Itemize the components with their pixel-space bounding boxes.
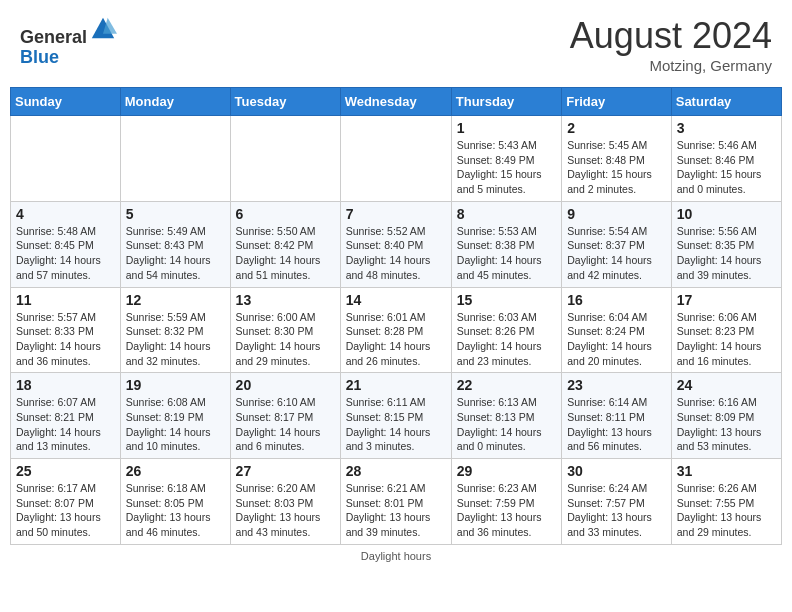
day-info: Sunrise: 6:16 AM Sunset: 8:09 PM Dayligh…	[677, 395, 776, 454]
day-info: Sunrise: 6:01 AM Sunset: 8:28 PM Dayligh…	[346, 310, 446, 369]
title-block: August 2024 Motzing, Germany	[570, 15, 772, 74]
day-info: Sunrise: 6:03 AM Sunset: 8:26 PM Dayligh…	[457, 310, 556, 369]
logo: General Blue	[20, 15, 117, 68]
day-info: Sunrise: 6:23 AM Sunset: 7:59 PM Dayligh…	[457, 481, 556, 540]
day-number: 29	[457, 463, 556, 479]
weekday-friday: Friday	[562, 88, 672, 116]
day-info: Sunrise: 5:50 AM Sunset: 8:42 PM Dayligh…	[236, 224, 335, 283]
day-info: Sunrise: 5:59 AM Sunset: 8:32 PM Dayligh…	[126, 310, 225, 369]
calendar-table: SundayMondayTuesdayWednesdayThursdayFrid…	[10, 87, 782, 545]
day-info: Sunrise: 6:07 AM Sunset: 8:21 PM Dayligh…	[16, 395, 115, 454]
weekday-header-row: SundayMondayTuesdayWednesdayThursdayFrid…	[11, 88, 782, 116]
day-cell: 4Sunrise: 5:48 AM Sunset: 8:45 PM Daylig…	[11, 201, 121, 287]
location: Motzing, Germany	[570, 57, 772, 74]
day-number: 10	[677, 206, 776, 222]
day-number: 15	[457, 292, 556, 308]
day-number: 5	[126, 206, 225, 222]
day-info: Sunrise: 5:56 AM Sunset: 8:35 PM Dayligh…	[677, 224, 776, 283]
day-info: Sunrise: 6:04 AM Sunset: 8:24 PM Dayligh…	[567, 310, 666, 369]
day-number: 8	[457, 206, 556, 222]
day-cell: 1Sunrise: 5:43 AM Sunset: 8:49 PM Daylig…	[451, 116, 561, 202]
day-cell: 30Sunrise: 6:24 AM Sunset: 7:57 PM Dayli…	[562, 459, 672, 545]
day-info: Sunrise: 5:49 AM Sunset: 8:43 PM Dayligh…	[126, 224, 225, 283]
day-number: 23	[567, 377, 666, 393]
logo-blue: Blue	[20, 47, 59, 67]
day-cell	[11, 116, 121, 202]
day-info: Sunrise: 6:18 AM Sunset: 8:05 PM Dayligh…	[126, 481, 225, 540]
day-number: 28	[346, 463, 446, 479]
day-cell: 11Sunrise: 5:57 AM Sunset: 8:33 PM Dayli…	[11, 287, 121, 373]
weekday-saturday: Saturday	[671, 88, 781, 116]
day-number: 19	[126, 377, 225, 393]
day-number: 27	[236, 463, 335, 479]
day-cell: 8Sunrise: 5:53 AM Sunset: 8:38 PM Daylig…	[451, 201, 561, 287]
week-row-3: 11Sunrise: 5:57 AM Sunset: 8:33 PM Dayli…	[11, 287, 782, 373]
weekday-wednesday: Wednesday	[340, 88, 451, 116]
day-cell: 26Sunrise: 6:18 AM Sunset: 8:05 PM Dayli…	[120, 459, 230, 545]
logo-icon	[89, 15, 117, 43]
calendar-body: 1Sunrise: 5:43 AM Sunset: 8:49 PM Daylig…	[11, 116, 782, 545]
day-cell: 29Sunrise: 6:23 AM Sunset: 7:59 PM Dayli…	[451, 459, 561, 545]
day-cell: 25Sunrise: 6:17 AM Sunset: 8:07 PM Dayli…	[11, 459, 121, 545]
day-info: Sunrise: 6:00 AM Sunset: 8:30 PM Dayligh…	[236, 310, 335, 369]
day-number: 24	[677, 377, 776, 393]
day-cell	[230, 116, 340, 202]
day-info: Sunrise: 6:11 AM Sunset: 8:15 PM Dayligh…	[346, 395, 446, 454]
day-cell: 19Sunrise: 6:08 AM Sunset: 8:19 PM Dayli…	[120, 373, 230, 459]
day-cell: 22Sunrise: 6:13 AM Sunset: 8:13 PM Dayli…	[451, 373, 561, 459]
day-cell: 27Sunrise: 6:20 AM Sunset: 8:03 PM Dayli…	[230, 459, 340, 545]
day-number: 12	[126, 292, 225, 308]
day-info: Sunrise: 5:53 AM Sunset: 8:38 PM Dayligh…	[457, 224, 556, 283]
day-cell: 31Sunrise: 6:26 AM Sunset: 7:55 PM Dayli…	[671, 459, 781, 545]
day-cell: 12Sunrise: 5:59 AM Sunset: 8:32 PM Dayli…	[120, 287, 230, 373]
week-row-2: 4Sunrise: 5:48 AM Sunset: 8:45 PM Daylig…	[11, 201, 782, 287]
day-cell: 2Sunrise: 5:45 AM Sunset: 8:48 PM Daylig…	[562, 116, 672, 202]
day-info: Sunrise: 6:10 AM Sunset: 8:17 PM Dayligh…	[236, 395, 335, 454]
day-info: Sunrise: 5:57 AM Sunset: 8:33 PM Dayligh…	[16, 310, 115, 369]
day-number: 2	[567, 120, 666, 136]
day-cell: 28Sunrise: 6:21 AM Sunset: 8:01 PM Dayli…	[340, 459, 451, 545]
day-number: 7	[346, 206, 446, 222]
day-cell: 7Sunrise: 5:52 AM Sunset: 8:40 PM Daylig…	[340, 201, 451, 287]
day-cell	[120, 116, 230, 202]
month-title: August 2024	[570, 15, 772, 57]
day-info: Sunrise: 5:52 AM Sunset: 8:40 PM Dayligh…	[346, 224, 446, 283]
weekday-tuesday: Tuesday	[230, 88, 340, 116]
day-number: 18	[16, 377, 115, 393]
day-number: 21	[346, 377, 446, 393]
week-row-4: 18Sunrise: 6:07 AM Sunset: 8:21 PM Dayli…	[11, 373, 782, 459]
day-cell: 18Sunrise: 6:07 AM Sunset: 8:21 PM Dayli…	[11, 373, 121, 459]
day-cell: 15Sunrise: 6:03 AM Sunset: 8:26 PM Dayli…	[451, 287, 561, 373]
day-number: 14	[346, 292, 446, 308]
day-info: Sunrise: 5:54 AM Sunset: 8:37 PM Dayligh…	[567, 224, 666, 283]
day-number: 25	[16, 463, 115, 479]
weekday-monday: Monday	[120, 88, 230, 116]
day-number: 31	[677, 463, 776, 479]
day-info: Sunrise: 6:06 AM Sunset: 8:23 PM Dayligh…	[677, 310, 776, 369]
day-info: Sunrise: 6:14 AM Sunset: 8:11 PM Dayligh…	[567, 395, 666, 454]
day-cell: 21Sunrise: 6:11 AM Sunset: 8:15 PM Dayli…	[340, 373, 451, 459]
logo-general: General	[20, 27, 87, 47]
day-number: 3	[677, 120, 776, 136]
day-info: Sunrise: 6:13 AM Sunset: 8:13 PM Dayligh…	[457, 395, 556, 454]
day-info: Sunrise: 6:08 AM Sunset: 8:19 PM Dayligh…	[126, 395, 225, 454]
day-cell: 13Sunrise: 6:00 AM Sunset: 8:30 PM Dayli…	[230, 287, 340, 373]
day-cell: 9Sunrise: 5:54 AM Sunset: 8:37 PM Daylig…	[562, 201, 672, 287]
day-number: 9	[567, 206, 666, 222]
day-info: Sunrise: 6:20 AM Sunset: 8:03 PM Dayligh…	[236, 481, 335, 540]
weekday-thursday: Thursday	[451, 88, 561, 116]
day-cell	[340, 116, 451, 202]
day-cell: 17Sunrise: 6:06 AM Sunset: 8:23 PM Dayli…	[671, 287, 781, 373]
day-cell: 20Sunrise: 6:10 AM Sunset: 8:17 PM Dayli…	[230, 373, 340, 459]
calendar-header: SundayMondayTuesdayWednesdayThursdayFrid…	[11, 88, 782, 116]
day-cell: 3Sunrise: 5:46 AM Sunset: 8:46 PM Daylig…	[671, 116, 781, 202]
day-info: Sunrise: 5:43 AM Sunset: 8:49 PM Dayligh…	[457, 138, 556, 197]
day-cell: 5Sunrise: 5:49 AM Sunset: 8:43 PM Daylig…	[120, 201, 230, 287]
day-number: 22	[457, 377, 556, 393]
day-info: Sunrise: 5:48 AM Sunset: 8:45 PM Dayligh…	[16, 224, 115, 283]
day-info: Sunrise: 6:26 AM Sunset: 7:55 PM Dayligh…	[677, 481, 776, 540]
day-cell: 16Sunrise: 6:04 AM Sunset: 8:24 PM Dayli…	[562, 287, 672, 373]
day-number: 11	[16, 292, 115, 308]
day-info: Sunrise: 6:17 AM Sunset: 8:07 PM Dayligh…	[16, 481, 115, 540]
week-row-1: 1Sunrise: 5:43 AM Sunset: 8:49 PM Daylig…	[11, 116, 782, 202]
